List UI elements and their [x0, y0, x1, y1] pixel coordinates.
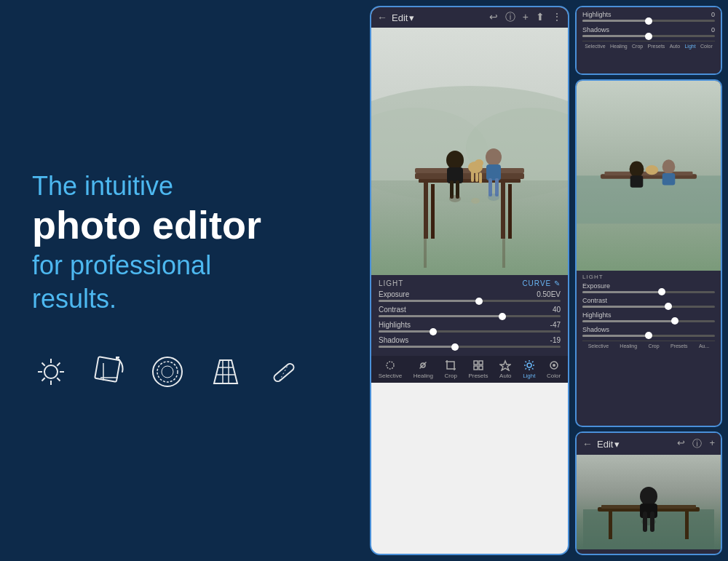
- svg-rect-30: [431, 184, 435, 239]
- contrast-track-mid[interactable]: [582, 306, 715, 308]
- tb-crop[interactable]: Crop: [632, 44, 643, 49]
- strip-info-icon[interactable]: ⓘ: [692, 437, 702, 450]
- strip-add-icon[interactable]: +: [709, 437, 715, 450]
- toolbar-auto[interactable]: Auto: [499, 359, 511, 379]
- svg-rect-27: [415, 173, 524, 179]
- tb-selective[interactable]: Selective: [585, 44, 605, 49]
- svg-point-88: [641, 518, 656, 525]
- svg-point-13: [157, 362, 178, 382]
- tb-healing[interactable]: Healing: [610, 44, 628, 49]
- center-phone: ← Edit ▾ ↩ ⓘ + ⬆ ⋮: [364, 0, 575, 561]
- shadows-value-top: 0: [711, 26, 715, 33]
- right-strip: Highlights 0 Shadows 0: [575, 0, 728, 561]
- light-panel: LIGHT Curve ✎ Exposure 0.50EV: [371, 275, 568, 356]
- exposure-track-mid[interactable]: [582, 291, 715, 293]
- tb2-healing[interactable]: Healing: [620, 343, 637, 349]
- svg-rect-47: [475, 172, 478, 182]
- tagline-light: The intuitive: [32, 170, 332, 202]
- svg-rect-56: [474, 366, 478, 370]
- svg-line-5: [42, 363, 45, 366]
- exposure-slider-row: Exposure 0.50EV: [379, 290, 561, 302]
- highlights-label-top: Highlights: [582, 11, 612, 18]
- shadows-label-top: Shadows: [582, 26, 609, 33]
- toolbar-light[interactable]: Light: [523, 359, 535, 379]
- edit-label[interactable]: Edit ▾: [392, 12, 414, 23]
- contrast-value: 40: [553, 306, 561, 314]
- shadows-slider-row: Shadows -19: [379, 336, 561, 348]
- svg-rect-43: [495, 178, 499, 196]
- contrast-mid: Contrast: [582, 297, 607, 304]
- shadows-label: Shadows: [379, 336, 408, 344]
- strip-back-btn[interactable]: ←: [582, 438, 593, 450]
- tagline-sub: for professionalresults.: [32, 249, 332, 317]
- tb-auto[interactable]: Auto: [670, 44, 680, 49]
- svg-rect-55: [479, 361, 483, 365]
- highlights-slider-row: Highlights -47: [379, 321, 561, 333]
- svg-rect-41: [486, 164, 501, 180]
- undo-icon[interactable]: ↩: [489, 11, 498, 24]
- svg-point-68: [553, 364, 555, 367]
- topbar-icons: ↩ ⓘ + ⬆ ⋮: [489, 11, 562, 24]
- shadows-track-mid[interactable]: [582, 335, 715, 337]
- highlights-mid: Highlights: [582, 311, 612, 319]
- strip-bot-topbar: ← Edit ▾ ↩ ⓘ +: [577, 433, 721, 455]
- tb-presets[interactable]: Presets: [648, 44, 665, 49]
- svg-rect-83: [685, 510, 689, 539]
- photo-area: [371, 28, 568, 275]
- tb-light[interactable]: Light: [684, 44, 695, 49]
- svg-rect-29: [424, 180, 428, 239]
- curve-button[interactable]: Curve ✎: [522, 279, 561, 287]
- toolbar-crop[interactable]: Crop: [445, 359, 457, 379]
- dock-scene-svg: [371, 28, 568, 275]
- svg-point-45: [475, 159, 483, 167]
- tb2-selective[interactable]: Selective: [588, 343, 609, 349]
- strip-undo-icon[interactable]: ↩: [677, 437, 685, 450]
- highlights-track-top[interactable]: [582, 20, 715, 22]
- tb2-presets[interactable]: Presets: [670, 343, 688, 349]
- perspective-icon: [207, 353, 245, 391]
- svg-line-7: [57, 363, 60, 366]
- strip-topbar-icons: ↩ ⓘ +: [677, 437, 715, 450]
- shadows-track-top[interactable]: [582, 35, 715, 37]
- exposure-track[interactable]: [379, 300, 561, 302]
- light-label-mid: LIGHT: [582, 274, 715, 280]
- add-icon[interactable]: +: [523, 11, 529, 24]
- svg-rect-31: [501, 180, 505, 239]
- tb2-crop[interactable]: Crop: [648, 343, 659, 349]
- contrast-track[interactable]: [379, 315, 561, 317]
- svg-point-14: [162, 366, 173, 378]
- svg-point-73: [630, 162, 644, 178]
- svg-point-58: [527, 363, 531, 367]
- light-section-label: LIGHT: [379, 279, 403, 287]
- svg-point-0: [44, 365, 58, 378]
- share-icon[interactable]: ⬆: [536, 11, 545, 24]
- toolbar-presets[interactable]: Presets: [468, 359, 488, 379]
- feature-icons-row: [32, 353, 332, 391]
- toolbar-selective[interactable]: Selective: [379, 359, 402, 379]
- more-icon[interactable]: ⋮: [552, 11, 562, 24]
- svg-point-40: [486, 148, 502, 166]
- back-button[interactable]: ←: [377, 12, 387, 23]
- shadows-track[interactable]: [379, 346, 561, 348]
- tagline-bold: photo editor: [32, 204, 332, 246]
- vignette-icon: [149, 353, 186, 391]
- contrast-slider-row: Contrast 40: [379, 306, 561, 317]
- strip-edit-label[interactable]: Edit ▾: [597, 439, 620, 450]
- crop-rotate-icon: [90, 353, 128, 391]
- highlights-track-mid[interactable]: [582, 320, 715, 322]
- svg-point-84: [640, 487, 657, 506]
- info-icon[interactable]: ⓘ: [505, 11, 515, 24]
- tb-color[interactable]: Color: [700, 44, 713, 49]
- svg-line-63: [525, 362, 526, 363]
- svg-point-49: [449, 195, 461, 202]
- toolbar-healing[interactable]: Healing: [414, 359, 433, 379]
- highlights-track[interactable]: [379, 330, 561, 333]
- svg-line-8: [42, 378, 45, 381]
- svg-line-64: [532, 368, 534, 370]
- toolbar-color[interactable]: Color: [547, 359, 561, 379]
- tb2-au[interactable]: Au...: [699, 343, 709, 349]
- svg-rect-34: [424, 239, 427, 268]
- left-panel: The intuitive photo editor for professio…: [0, 0, 364, 561]
- phone-frame: ← Edit ▾ ↩ ⓘ + ⬆ ⋮: [370, 6, 569, 555]
- svg-marker-15: [214, 360, 237, 383]
